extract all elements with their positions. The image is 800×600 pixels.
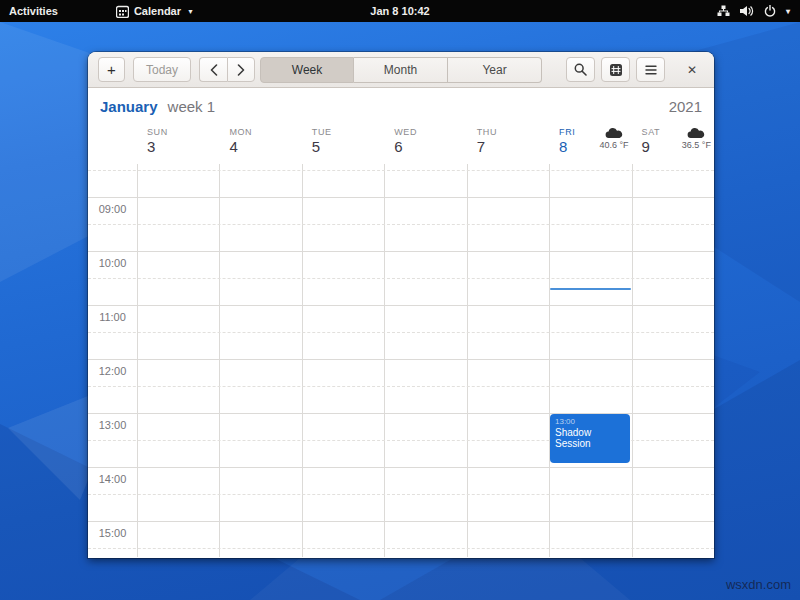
tab-year[interactable]: Year (448, 57, 542, 83)
volume-icon (740, 5, 754, 17)
column-separator (632, 164, 633, 557)
chevron-left-icon (210, 64, 218, 76)
half-hour-line (88, 278, 714, 279)
half-hour-line (88, 548, 714, 549)
week-number-label: week 1 (168, 98, 216, 115)
time-label: 09:00 (88, 203, 137, 215)
weather-sat: 36.5 °F (682, 127, 711, 150)
hour-line (88, 467, 714, 468)
search-icon (574, 63, 587, 76)
day-header-mon[interactable]: MON 4 (219, 124, 301, 164)
chevron-down-icon: ▾ (786, 7, 790, 16)
time-label: 14:00 (88, 473, 137, 485)
watermark: wsxdn.com (726, 577, 791, 592)
day-header-tue[interactable]: TUE 5 (302, 124, 384, 164)
hour-line (88, 251, 714, 252)
day-header-fri[interactable]: FRI 8 40.6 °F (549, 124, 631, 164)
new-event-button[interactable]: + (98, 57, 125, 82)
event-shadow-session[interactable]: 13:00 Shadow Session (550, 414, 630, 463)
half-hour-line (88, 332, 714, 333)
app-menu-button[interactable]: Calendar ▼ (107, 0, 203, 22)
cloud-icon (604, 127, 624, 139)
day-header-row: SUN 3 MON 4 TUE 5 WED 6 THU 7 FRI 8 40.6 (88, 124, 714, 164)
tab-week[interactable]: Week (260, 57, 354, 83)
column-separator (467, 164, 468, 557)
column-separator (384, 164, 385, 557)
system-status-area[interactable]: ▾ (711, 0, 796, 22)
half-hour-line (88, 494, 714, 495)
network-icon (717, 5, 730, 17)
time-label: 10:00 (88, 257, 137, 269)
header-bar[interactable]: + Today Week Month Year (88, 52, 714, 88)
column-separator (137, 164, 138, 557)
view-switcher: Week Month Year (260, 57, 542, 83)
menu-button[interactable] (636, 57, 665, 82)
activities-button[interactable]: Activities (0, 0, 67, 22)
hour-line (88, 305, 714, 306)
column-separator (549, 164, 550, 557)
chevron-down-icon: ▼ (187, 8, 194, 15)
previous-week-button[interactable] (199, 57, 227, 82)
half-hour-line (88, 386, 714, 387)
year-label: 2021 (669, 98, 702, 115)
power-icon (764, 5, 776, 17)
day-header-sun[interactable]: SUN 3 (137, 124, 219, 164)
time-label: 15:00 (88, 527, 137, 539)
chevron-right-icon (237, 64, 245, 76)
weather-fri: 40.6 °F (599, 127, 628, 150)
hour-line (88, 197, 714, 198)
column-separator (302, 164, 303, 557)
week-nav-group (199, 57, 255, 82)
close-button[interactable]: ✕ (680, 58, 704, 82)
top-bar: Activities Calendar ▼ Jan 8 10:42 (0, 0, 800, 22)
column-separator (219, 164, 220, 557)
event-time: 13:00 (555, 417, 625, 426)
month-grid-icon (609, 63, 623, 77)
today-button[interactable]: Today (133, 57, 191, 82)
hamburger-icon (645, 65, 657, 75)
time-label: 13:00 (88, 419, 137, 431)
clock[interactable]: Jan 8 10:42 (370, 5, 429, 17)
tab-month[interactable]: Month (354, 57, 448, 83)
event-title: Shadow Session (555, 427, 625, 449)
calendar-window: + Today Week Month Year (88, 52, 714, 558)
app-menu-label: Calendar (134, 5, 181, 17)
half-hour-line (88, 170, 714, 171)
time-label: 12:00 (88, 365, 137, 377)
time-label: 11:00 (88, 311, 137, 323)
hour-line (88, 359, 714, 360)
month-header: January week 1 2021 (88, 88, 714, 124)
search-button[interactable] (566, 57, 595, 82)
day-header-thu[interactable]: THU 7 (467, 124, 549, 164)
current-time-indicator (550, 288, 631, 290)
show-calendars-button[interactable] (601, 57, 630, 82)
month-name: January (100, 98, 158, 115)
half-hour-line (88, 224, 714, 225)
week-grid[interactable]: 09:00 10:00 11:00 12:00 13:00 14:00 15:0… (88, 164, 714, 557)
next-week-button[interactable] (227, 57, 255, 82)
time-gutter-spacer (88, 124, 137, 164)
calendar-app-icon (116, 5, 129, 18)
cloud-icon (686, 127, 706, 139)
day-header-sat[interactable]: SAT 9 36.5 °F (632, 124, 714, 164)
day-header-wed[interactable]: WED 6 (384, 124, 466, 164)
hour-line (88, 521, 714, 522)
